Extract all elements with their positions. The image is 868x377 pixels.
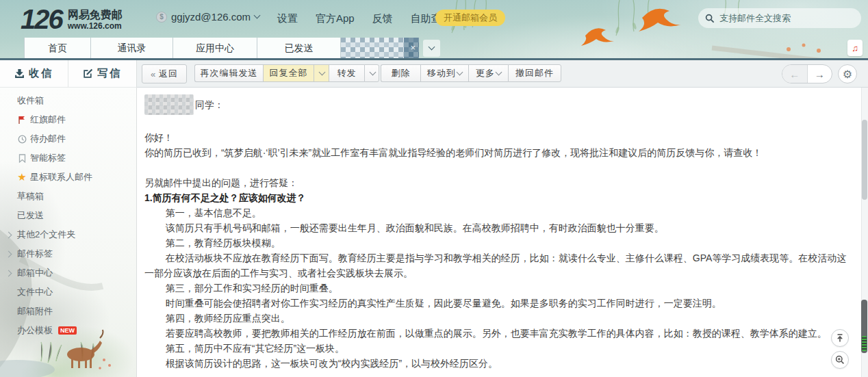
recall-mail-button[interactable]: 撤回邮件 — [508, 64, 561, 82]
sidebar-item-label: 已发送 — [17, 209, 44, 222]
reply-all-dropdown[interactable] — [314, 64, 329, 82]
logo-url: www.126.com — [68, 21, 123, 31]
sidebar-item-label: 邮箱中心 — [17, 267, 53, 279]
top-menu: 设置 官方App 反馈 自助查询 — [277, 12, 452, 25]
more-label: 更多 — [476, 67, 495, 79]
prev-mail-button[interactable]: ← — [782, 65, 808, 83]
edit-resend-button[interactable]: 再次编辑发送 — [194, 64, 263, 82]
more-button[interactable]: 更多 — [468, 64, 508, 82]
tab-active-blurred[interactable]: × — [341, 38, 419, 58]
chevron-down-icon — [496, 68, 502, 75]
zoom-in-button[interactable] — [831, 351, 849, 369]
gear-icon[interactable]: ⚙ — [838, 64, 857, 83]
reply-group: 再次编辑发送 回复全部 转发 — [194, 64, 379, 83]
logo: 126 网易免费邮 www.126.com — [21, 4, 123, 34]
sidebar-item-other-folders[interactable]: 其他2个文件夹 — [0, 225, 137, 244]
chevron-down-icon — [254, 12, 261, 19]
sidebar-item-todo[interactable]: 待办邮件 — [0, 129, 137, 148]
close-icon[interactable]: × — [410, 42, 416, 53]
chevron-right-icon[interactable] — [5, 250, 12, 257]
vip-upgrade-badge[interactable]: 开通邮箱会员 — [435, 10, 505, 26]
reply-all-button[interactable]: 回复全部 — [263, 64, 314, 82]
sidebar-item-label: 文件中心 — [17, 286, 53, 298]
scroll-to-top-button[interactable] — [831, 329, 849, 347]
chevron-right-icon[interactable] — [5, 231, 12, 238]
greeting-suffix: 同学： — [195, 99, 224, 110]
mail-line: 第五，简历中不应有“其它经历”这一板块。 — [144, 341, 853, 356]
sidebar-top: 收信 写信 — [0, 60, 137, 88]
back-button[interactable]: « 返回 — [142, 64, 187, 83]
sidebar-item-smart-tags[interactable]: 智能标签 — [0, 148, 137, 168]
sidebar-item-office-templates[interactable]: 办公模板 NEW — [0, 321, 137, 340]
sidebar-item-label: 办公模板 — [17, 324, 53, 337]
sidebar-item-label: 其他2个文件夹 — [17, 229, 75, 241]
mail-line: 第二，教育经历板块模糊。 — [144, 235, 853, 250]
back-label: 返回 — [159, 68, 178, 80]
next-mail-button[interactable]: → — [808, 65, 832, 83]
tab-app-center[interactable]: 应用中心 — [173, 38, 257, 58]
bookmark-icon — [17, 153, 27, 163]
sidebar-item-inbox[interactable]: 收件箱 — [0, 91, 137, 110]
tab-list-dropdown[interactable] — [423, 40, 440, 57]
sidebar-item-flagged[interactable]: 红旗邮件 — [0, 110, 137, 129]
sidebar-item-sent[interactable]: 已发送 — [0, 206, 137, 225]
mail-line: 在校活动板块不应放在教育经历下面写。教育经历主要是指与学习和教学相关的经历，比如… — [144, 250, 853, 281]
search-icon — [705, 14, 715, 23]
sidebar-item-label: 智能标签 — [30, 152, 66, 164]
sidebar-item-label: 红旗邮件 — [30, 114, 66, 126]
sidebar-item-label: 邮箱附件 — [17, 305, 53, 317]
feedback-link[interactable]: 反馈 — [372, 12, 393, 25]
star-icon: ★ — [17, 172, 27, 182]
action-row: 收信 写信 « 返回 再次编辑发送 回复全部 转发 — [0, 60, 868, 88]
account-menu[interactable]: $ ggjyzd@126.com — [156, 11, 259, 23]
tab-contacts[interactable]: 通讯录 — [91, 38, 173, 58]
receive-mail-button[interactable]: 收信 — [0, 60, 68, 87]
chevron-down-icon — [319, 68, 326, 75]
clock-icon — [17, 134, 27, 144]
official-app-link[interactable]: 官方App — [316, 12, 355, 25]
mail-line: 时间重叠可能会使招聘者对你工作实习经历的真实性产生质疑，因此要尽量避免。如果是多… — [144, 296, 853, 311]
new-badge: NEW — [58, 326, 77, 335]
delete-button[interactable]: 删除 — [381, 64, 420, 82]
prev-next-pill: ← → — [782, 64, 832, 83]
search-box[interactable] — [698, 8, 861, 28]
mail-line: 第一，基本信息不足。 — [144, 205, 853, 220]
scrollbar-stripes-decoration — [862, 336, 867, 351]
chevron-down-icon — [429, 44, 435, 51]
tab-home[interactable]: 首页 — [24, 38, 91, 58]
zoom-in-icon — [835, 355, 845, 365]
sidebar-item-attachments[interactable]: 邮箱附件 — [0, 302, 137, 321]
scroll-to-top-icon — [835, 333, 845, 343]
search-input[interactable] — [719, 13, 843, 23]
chevron-right-icon[interactable] — [5, 270, 12, 276]
coin-icon: $ — [156, 12, 167, 23]
logo-brand: 网易免费邮 — [68, 8, 123, 21]
sidebar-item-drafts[interactable]: 草稿箱 — [0, 187, 137, 206]
sidebar-item-starred-contacts[interactable]: ★ 星标联系人邮件 — [0, 168, 137, 187]
sidebar-item-label: 收件箱 — [17, 94, 44, 107]
mail-line: 另就邮件中提出的问题，进行答疑： — [144, 175, 853, 190]
sidebar-item-file-center[interactable]: 文件中心 — [0, 283, 137, 302]
sidebar-item-label: 邮件标签 — [17, 248, 53, 260]
mail-line: 你好！ — [144, 130, 853, 145]
compose-mail-button[interactable]: 写信 — [68, 60, 136, 87]
tab-sent[interactable]: 已发送 — [257, 38, 341, 58]
mail-line: 该简历只有手机号码和邮箱，一般还需要出生年月、政治面貌和民族。在高校教师招聘中，… — [144, 220, 853, 235]
forward-dropdown[interactable] — [364, 64, 379, 82]
content-scrollbar-thumb[interactable] — [862, 120, 867, 200]
settings-link[interactable]: 设置 — [277, 12, 298, 25]
mail-line: 根据该简历设计的思路，这一板块可改为“校内实践经历”，以与校外经历区分。 — [144, 356, 853, 371]
forward-button[interactable]: 转发 — [329, 64, 364, 82]
move-to-button[interactable]: 移动到 — [420, 64, 468, 82]
chevron-down-icon — [369, 68, 376, 75]
manage-group: 删除 移动到 更多 撤回邮件 — [381, 64, 561, 83]
mail-line: 第三，部分工作和实习经历的时间重叠。 — [144, 281, 853, 296]
mail-body: 同学： 你好！ 你的简历已收到，“筑梦启航·‘职’引未来”就业工作室有丰富就业指… — [137, 88, 861, 377]
compose-mail-icon — [83, 68, 93, 79]
mail-line: 若要应聘高校教师，要把教师相关的工作经历放在前面，以做重点的展示。另外，也要丰富… — [144, 326, 853, 341]
account-email: ggjyzd@126.com — [171, 11, 251, 23]
tab-bar: 首页 通讯录 应用中心 已发送 × — [0, 38, 868, 60]
sidebar-item-mail-center[interactable]: 邮箱中心 — [0, 263, 137, 283]
page-scrollbar-thumb[interactable] — [861, 300, 867, 353]
sidebar-item-mail-tags[interactable]: 邮件标签 — [0, 244, 137, 263]
